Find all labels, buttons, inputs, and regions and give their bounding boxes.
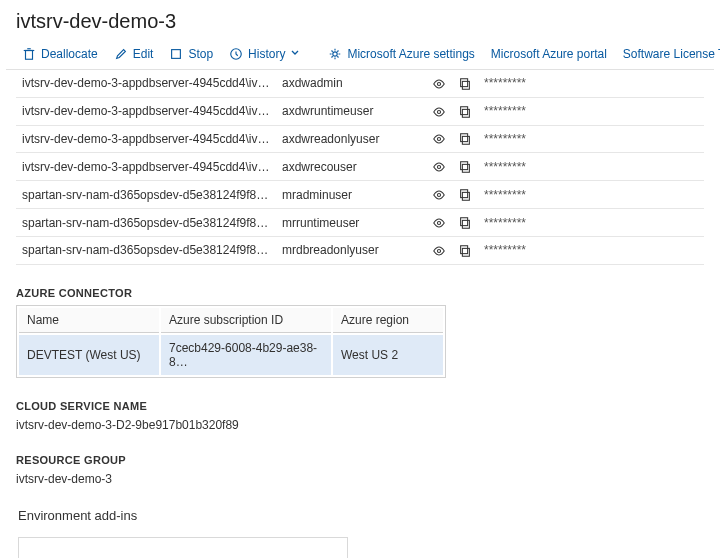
azc-sub: 7cecb429-6008-4b29-ae38-8… [161, 335, 331, 375]
table-row: spartan-srv-nam-d365opsdev-d5e38124f9f8\… [16, 181, 704, 209]
svg-point-18 [437, 194, 440, 197]
deallocate-button[interactable]: Deallocate [16, 45, 104, 63]
col-region: Azure region [333, 308, 443, 333]
azure-settings-button[interactable]: Microsoft Azure settings [322, 45, 480, 63]
page-title: ivtsrv-dev-demo-3 [6, 6, 714, 43]
copy-icon [458, 105, 472, 119]
azure-settings-label: Microsoft Azure settings [347, 47, 474, 61]
copy-button[interactable] [452, 97, 478, 125]
eye-icon [432, 216, 446, 230]
svg-rect-8 [461, 79, 468, 87]
license-terms-link[interactable]: Software License Terms [617, 45, 720, 63]
table-row: spartan-srv-nam-d365opsdev-d5e38124f9f8\… [16, 209, 704, 237]
reveal-button[interactable] [426, 236, 452, 264]
copy-icon [458, 160, 472, 174]
svg-rect-19 [462, 193, 469, 201]
deallocate-label: Deallocate [41, 47, 98, 61]
user-cell: mradminuser [276, 181, 426, 209]
credentials-table: ivtsrv-dev-demo-3-appdbserver-4945cdd4\i… [16, 70, 704, 265]
stop-button[interactable]: Stop [163, 45, 219, 63]
password-cell: ********* [478, 97, 704, 125]
copy-button[interactable] [452, 153, 478, 181]
password-cell: ********* [478, 209, 704, 237]
svg-point-12 [437, 138, 440, 141]
addins-heading: Environment add-ins [16, 508, 704, 523]
azc-region: West US 2 [333, 335, 443, 375]
command-bar: Deallocate Edit Stop History Microsoft A… [6, 43, 714, 70]
table-row: ivtsrv-dev-demo-3-appdbserver-4945cdd4\i… [16, 125, 704, 153]
copy-button[interactable] [452, 209, 478, 237]
svg-rect-26 [461, 246, 468, 254]
history-icon [229, 47, 243, 61]
svg-rect-7 [462, 81, 469, 89]
history-button[interactable]: History [223, 45, 306, 63]
copy-button[interactable] [452, 125, 478, 153]
azure-portal-link[interactable]: Microsoft Azure portal [485, 45, 613, 63]
server-cell: spartan-srv-nam-d365opsdev-d5e38124f9f8\… [16, 236, 276, 264]
svg-rect-14 [461, 134, 468, 142]
stop-icon [169, 47, 183, 61]
azc-name: DEVTEST (West US) [19, 335, 159, 375]
reveal-button[interactable] [426, 97, 452, 125]
table-row: spartan-srv-nam-d365opsdev-d5e38124f9f8\… [16, 236, 704, 264]
svg-point-24 [437, 249, 440, 252]
copy-button[interactable] [452, 181, 478, 209]
azure-connector-table: Name Azure subscription ID Azure region … [16, 305, 446, 378]
svg-rect-17 [461, 162, 468, 170]
password-cell: ********* [478, 70, 704, 97]
password-cell: ********* [478, 125, 704, 153]
copy-icon [458, 132, 472, 146]
edit-button[interactable]: Edit [108, 45, 160, 63]
eye-icon [432, 132, 446, 146]
server-cell: ivtsrv-dev-demo-3-appdbserver-4945cdd4\i… [16, 125, 276, 153]
password-cell: ********* [478, 181, 704, 209]
svg-rect-3 [172, 50, 181, 59]
svg-rect-10 [462, 109, 469, 117]
gear-icon [328, 47, 342, 61]
copy-button[interactable] [452, 236, 478, 264]
trash-icon [22, 47, 36, 61]
user-cell: axdwrecouser [276, 153, 426, 181]
install-addin-card[interactable]: + Install a new add-in [18, 537, 348, 558]
server-cell: ivtsrv-dev-demo-3-appdbserver-4945cdd4\i… [16, 97, 276, 125]
user-cell: axdwruntimeuser [276, 97, 426, 125]
eye-icon [432, 188, 446, 202]
user-cell: mrdbreadonlyuser [276, 236, 426, 264]
reveal-button[interactable] [426, 125, 452, 153]
chevron-down-icon [290, 47, 300, 61]
svg-rect-22 [462, 220, 469, 228]
svg-rect-23 [461, 218, 468, 226]
edit-label: Edit [133, 47, 154, 61]
user-cell: axdwreadonlyuser [276, 125, 426, 153]
cloud-service-heading: CLOUD SERVICE NAME [16, 400, 704, 412]
svg-point-9 [437, 110, 440, 113]
resource-group-heading: RESOURCE GROUP [16, 454, 704, 466]
svg-rect-20 [461, 190, 468, 198]
server-cell: spartan-srv-nam-d365opsdev-d5e38124f9f8\… [16, 181, 276, 209]
azure-portal-label: Microsoft Azure portal [491, 47, 607, 61]
svg-point-21 [437, 221, 440, 224]
reveal-button[interactable] [426, 153, 452, 181]
copy-button[interactable] [452, 70, 478, 97]
eye-icon [432, 105, 446, 119]
azure-connector-row[interactable]: DEVTEST (West US) 7cecb429-6008-4b29-ae3… [19, 335, 443, 375]
svg-point-5 [333, 52, 337, 56]
password-cell: ********* [478, 236, 704, 264]
server-cell: ivtsrv-dev-demo-3-appdbserver-4945cdd4\i… [16, 153, 276, 181]
user-cell: axdwadmin [276, 70, 426, 97]
copy-icon [458, 77, 472, 91]
eye-icon [432, 244, 446, 258]
reveal-button[interactable] [426, 209, 452, 237]
svg-rect-13 [462, 137, 469, 145]
eye-icon [432, 77, 446, 91]
history-label: History [248, 47, 285, 61]
svg-point-15 [437, 166, 440, 169]
svg-rect-0 [26, 51, 33, 60]
user-cell: mrruntimeuser [276, 209, 426, 237]
stop-label: Stop [188, 47, 213, 61]
svg-rect-25 [462, 248, 469, 256]
table-row: ivtsrv-dev-demo-3-appdbserver-4945cdd4\i… [16, 97, 704, 125]
reveal-button[interactable] [426, 70, 452, 97]
copy-icon [458, 188, 472, 202]
reveal-button[interactable] [426, 181, 452, 209]
